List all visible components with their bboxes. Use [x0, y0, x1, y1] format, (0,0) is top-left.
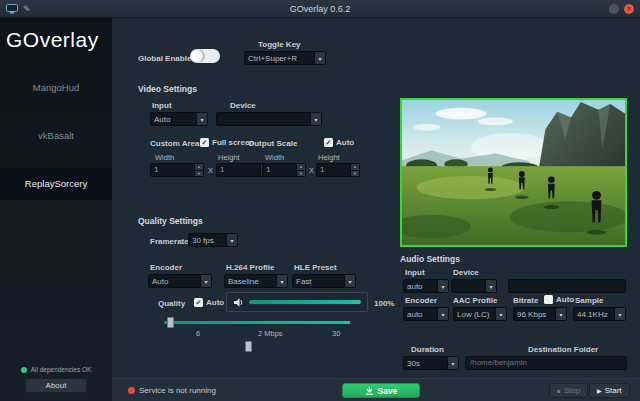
audio-device-select[interactable]: ▾	[451, 279, 497, 293]
audio-bitrate-auto-checkbox[interactable]: Auto	[544, 295, 574, 304]
chevron-down-icon: ▾	[314, 52, 325, 64]
duration-select[interactable]: 30s ▾	[403, 356, 459, 370]
video-input-label: Input	[152, 101, 172, 110]
save-button[interactable]: Save	[342, 383, 420, 398]
chevron-down-icon: ▾	[447, 357, 458, 369]
service-status: Service is not running	[128, 386, 216, 395]
chevron-down-icon: ▾	[555, 308, 566, 320]
chevron-down-icon: ▾	[437, 308, 448, 320]
stop-button[interactable]: ■ Stop	[549, 383, 588, 398]
video-device-label: Device	[230, 101, 256, 110]
stop-icon: ■	[557, 388, 561, 394]
video-input-select[interactable]: Auto ▾	[150, 112, 208, 126]
scale-height-stepper[interactable]: 1 ▴▾	[316, 163, 360, 177]
custom-width-stepper[interactable]: 1 ▴▾	[150, 163, 204, 177]
monitor-icon	[6, 4, 18, 14]
sample-label: Sample	[575, 296, 603, 305]
main-content: Global Enable Toggle Key Ctrl+Super+R ▾ …	[112, 18, 640, 401]
bitrate-slider-handle[interactable]	[167, 317, 174, 328]
video-device-select[interactable]: ▾	[216, 112, 322, 126]
dimension-separator: X	[208, 166, 213, 175]
sidebar-item-vkbasalt[interactable]: vkBasalt	[0, 120, 112, 152]
app-window: ✎ GOverlay 0.6.2 × GOverlay MangoHud vkB…	[0, 0, 640, 401]
audio-encoder-label: Encoder	[405, 296, 437, 305]
audio-bitrate-select[interactable]: 96 Kbps ▾	[513, 307, 567, 321]
bitrate-slider-track[interactable]	[164, 321, 350, 324]
quality-label: Quality	[158, 299, 185, 308]
chevron-down-icon: ▾	[437, 280, 448, 292]
audio-input-select[interactable]: auto ▾	[403, 279, 449, 293]
duration-label: Duration	[411, 345, 444, 354]
bitrate-slider-handle-2[interactable]	[245, 341, 252, 352]
audio-device-field[interactable]	[508, 279, 626, 293]
window-title: GOverlay 0.6.2	[126, 4, 514, 14]
close-button[interactable]: ×	[624, 4, 634, 14]
scale-width-label: Width	[265, 153, 284, 162]
titlebar: ✎ GOverlay 0.6.2 ×	[0, 0, 640, 18]
chevron-down-icon: ▾	[226, 234, 237, 246]
framerate-select[interactable]: 30 fps ▾	[188, 233, 238, 247]
status-ok-dot-icon	[21, 367, 27, 373]
custom-area-label: Custom Area	[150, 139, 200, 148]
global-enable-label: Global Enable	[138, 54, 191, 63]
framerate-label: Framerate	[150, 237, 189, 246]
chevron-down-icon: ▾	[200, 275, 211, 287]
spinner-down-icon[interactable]: ▾	[297, 171, 305, 177]
footer-bar: Service is not running Save ■ Stop ▶	[112, 378, 640, 401]
minimize-button[interactable]	[609, 4, 619, 14]
save-arrow-icon	[365, 386, 374, 395]
custom-height-label: Height	[218, 153, 240, 162]
titlebar-left: ✎	[6, 4, 126, 14]
play-icon: ▶	[597, 387, 602, 394]
audio-bitrate-label: Bitrate	[513, 296, 538, 305]
about-button[interactable]: About	[25, 378, 87, 393]
spinner-down-icon[interactable]: ▾	[195, 171, 203, 177]
sidebar-item-mangohud[interactable]: MangoHud	[0, 72, 112, 104]
checkbox-check-icon: ✓	[324, 138, 333, 147]
full-screen-checkbox[interactable]: ✓ Full screen	[200, 138, 254, 147]
h264-profile-label: H.264 Profile	[226, 263, 274, 272]
volume-slider[interactable]	[226, 292, 368, 312]
spinner-down-icon[interactable]: ▾	[351, 171, 359, 177]
dimension-separator: X	[309, 166, 314, 175]
bitrate-min-label: 6	[196, 329, 200, 338]
hle-preset-select[interactable]: Fast ▾	[292, 274, 356, 288]
status-error-dot-icon	[128, 387, 135, 394]
quality-auto-checkbox[interactable]: ✓ Auto	[194, 298, 224, 307]
bitrate-max-label: 30	[332, 329, 340, 338]
sidebar-nav: MangoHud vkBasalt ReplaySorcery	[0, 72, 112, 200]
checkbox-check-icon: ✓	[194, 298, 203, 307]
output-scale-auto-checkbox[interactable]: ✓ Auto	[324, 138, 354, 147]
global-enable-toggle[interactable]	[190, 49, 220, 63]
bitrate-value-label: 2 Mbps	[258, 329, 283, 338]
start-button[interactable]: ▶ Start	[589, 383, 630, 398]
output-scale-label: Output Scale	[248, 139, 297, 148]
toggle-knob	[191, 50, 203, 62]
chevron-down-icon: ▾	[196, 113, 207, 125]
volume-fill-bar[interactable]	[249, 300, 361, 304]
sample-rate-select[interactable]: 44.1KHz ▾	[573, 307, 626, 321]
chevron-down-icon: ▾	[485, 280, 496, 292]
encoder-select[interactable]: Auto ▾	[148, 274, 212, 288]
scale-width-stepper[interactable]: 1 ▴▾	[262, 163, 306, 177]
aac-profile-label: AAC Profile	[453, 296, 497, 305]
volume-percent: 100%	[374, 299, 394, 308]
chevron-down-icon: ▾	[276, 275, 287, 287]
window-controls: ×	[514, 4, 634, 14]
scale-height-label: Height	[318, 153, 340, 162]
toggle-key-label: Toggle Key	[258, 40, 301, 49]
aac-profile-select[interactable]: Low (LC) ▾	[453, 307, 507, 321]
destination-folder-field[interactable]: /home/benjamin	[465, 356, 627, 370]
sidebar-item-replaysorcery[interactable]: ReplaySorcery	[0, 168, 112, 200]
quality-settings-title: Quality Settings	[138, 216, 203, 226]
audio-encoder-select[interactable]: auto ▾	[403, 307, 449, 321]
dependencies-status-label: All dependencies OK	[31, 366, 92, 373]
custom-width-label: Width	[155, 153, 174, 162]
toggle-key-select[interactable]: Ctrl+Super+R ▾	[244, 51, 326, 65]
video-settings-title: Video Settings	[138, 84, 197, 94]
window-body: GOverlay MangoHud vkBasalt ReplaySorcery…	[0, 18, 640, 401]
app-logo: GOverlay	[0, 18, 112, 52]
h264-profile-select[interactable]: Baseline ▾	[224, 274, 288, 288]
chevron-down-icon: ▾	[310, 113, 321, 125]
game-preview-image	[400, 98, 627, 247]
